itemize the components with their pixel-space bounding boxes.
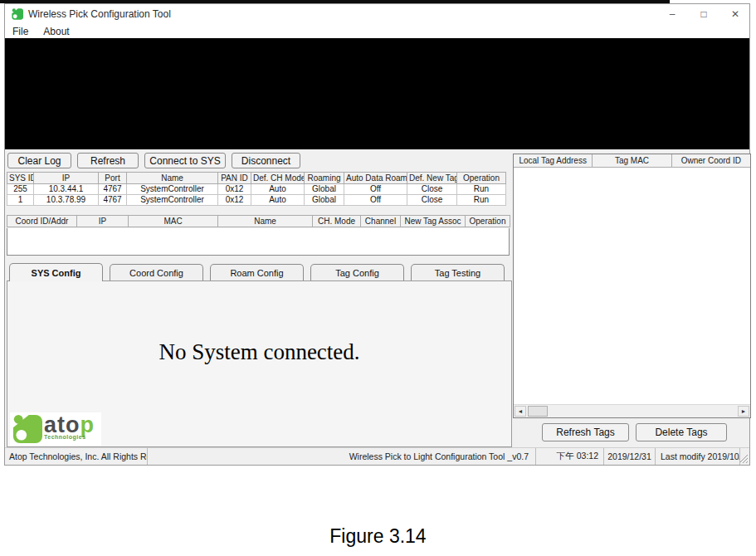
cell: SystemController — [127, 195, 218, 206]
col-def-ch-mode[interactable]: Def. CH Mode — [251, 173, 305, 184]
resize-grip-icon[interactable] — [740, 454, 749, 464]
app-window: Wireless Pick Configuration Tool – □ ✕ F… — [4, 3, 750, 466]
cell: Auto — [251, 184, 305, 195]
menu-bar: File About — [5, 24, 749, 38]
col-coord-mac[interactable]: MAC — [129, 216, 218, 227]
disconnect-button[interactable]: Disconnect — [232, 153, 300, 168]
title-bar: Wireless Pick Configuration Tool – □ ✕ — [5, 4, 749, 24]
col-channel[interactable]: Channel — [361, 216, 401, 227]
col-new-tag-assoc[interactable]: New Tag Assoc — [401, 216, 466, 227]
system-table-row[interactable]: 255 10.3.44.1 4767 SystemController 0x12… — [7, 184, 506, 195]
atop-logo-icon — [12, 414, 42, 444]
status-time: 下午 03:12 — [536, 448, 604, 465]
atop-subtitle: Technologies — [44, 434, 95, 440]
tab-roam-config[interactable]: Roam Config — [210, 264, 304, 280]
sys-config-panel: No System connected. atop Technologies — [7, 280, 512, 447]
cell: Run — [457, 184, 506, 195]
config-tabs: SYS Config Coord Config Roam Config Tag … — [9, 264, 505, 281]
col-port[interactable]: Port — [99, 173, 127, 184]
horizontal-scrollbar[interactable]: ◄ ► — [514, 404, 750, 417]
log-output-area — [5, 38, 749, 149]
minimize-button[interactable]: – — [666, 7, 678, 21]
col-local-tag-address[interactable]: Local Tag Address — [514, 154, 593, 168]
col-pan-id[interactable]: PAN ID — [218, 173, 251, 184]
tab-tag-testing[interactable]: Tag Testing — [411, 264, 505, 280]
tab-coord-config[interactable]: Coord Config — [110, 264, 203, 280]
cell: Global — [305, 184, 344, 195]
cell: 1 — [7, 195, 34, 206]
col-coord-operation[interactable]: Operation — [466, 216, 510, 227]
scrollbar-thumb[interactable] — [528, 406, 548, 417]
col-auto-data-roam[interactable]: Auto Data Roam — [344, 173, 407, 184]
figure-caption: Figure 3.14 — [0, 525, 756, 548]
close-button[interactable]: ✕ — [729, 7, 741, 21]
cell: 255 — [7, 184, 34, 195]
window-title: Wireless Pick Configuration Tool — [28, 8, 171, 20]
col-coord-ip[interactable]: IP — [77, 216, 129, 227]
cell: SystemController — [127, 184, 218, 195]
menu-item-file[interactable]: File — [5, 26, 36, 37]
status-bar: Atop Technologies, Inc. All Rights Reser… — [5, 447, 749, 465]
system-table-header-row: SYS ID IP Port Name PAN ID Def. CH Mode … — [7, 173, 506, 184]
cell: 10.3.78.99 — [34, 195, 99, 206]
cell: 0x12 — [218, 195, 251, 206]
col-roaming[interactable]: Roaming — [305, 173, 344, 184]
cell: Run — [457, 195, 506, 206]
refresh-tags-button[interactable]: Refresh Tags — [542, 423, 629, 441]
atop-logo-text: atop Technologies — [44, 414, 95, 440]
system-table: SYS ID IP Port Name PAN ID Def. CH Mode … — [7, 172, 506, 206]
cell: Close — [407, 184, 457, 195]
refresh-button[interactable]: Refresh — [77, 153, 139, 168]
atop-logo: atop Technologies — [10, 412, 101, 446]
status-copyright: Atop Technologies, Inc. All Rights Reser… — [5, 448, 148, 465]
cell: Off — [344, 195, 407, 206]
cell: Auto — [251, 195, 305, 206]
tag-list-header-row: Local Tag Address Tag MAC Owner Coord ID — [514, 154, 750, 168]
coordinator-table-header-row: Coord ID/Addr IP MAC Name CH. Mode Chann… — [7, 216, 510, 227]
window-controls: – □ ✕ — [666, 4, 741, 24]
cell: Off — [344, 184, 407, 195]
col-tag-mac[interactable]: Tag MAC — [593, 154, 671, 168]
status-last-modify: Last modify 2019/10/03 — [656, 448, 740, 465]
status-version: Wireless Pick to Light Configuration Too… — [148, 448, 536, 465]
scroll-left-arrow-icon[interactable]: ◄ — [515, 406, 526, 417]
cell: 4767 — [99, 195, 127, 206]
connect-to-sys-button[interactable]: Connect to SYS — [144, 153, 226, 168]
col-ch-mode[interactable]: CH. Mode — [313, 216, 361, 227]
tag-list-panel: Local Tag Address Tag MAC Owner Coord ID… — [513, 154, 751, 418]
coordinator-table-body-empty — [7, 228, 510, 256]
coordinator-table: Coord ID/Addr IP MAC Name CH. Mode Chann… — [7, 215, 510, 227]
tab-tag-config[interactable]: Tag Config — [310, 264, 404, 280]
cell: Close — [407, 195, 457, 206]
tab-sys-config[interactable]: SYS Config — [9, 263, 103, 281]
no-system-message: No System connected. — [7, 339, 511, 365]
scroll-right-arrow-icon[interactable]: ► — [738, 406, 749, 417]
atop-wordmark: atop — [44, 414, 95, 436]
status-date: 2019/12/31 — [604, 448, 656, 465]
col-owner-coord-id[interactable]: Owner Coord ID — [672, 154, 750, 168]
col-ip[interactable]: IP — [34, 173, 99, 184]
cell: 0x12 — [218, 184, 251, 195]
cell: 4767 — [99, 184, 127, 195]
cell: 10.3.44.1 — [34, 184, 99, 195]
col-name[interactable]: Name — [127, 173, 218, 184]
maximize-button[interactable]: □ — [698, 7, 710, 21]
delete-tags-button[interactable]: Delete Tags — [636, 423, 727, 441]
col-def-new-tag[interactable]: Def. New Tag — [407, 173, 457, 184]
clear-log-button[interactable]: Clear Log — [7, 153, 71, 168]
col-operation[interactable]: Operation — [457, 173, 506, 184]
col-coord-id[interactable]: Coord ID/Addr — [7, 216, 77, 227]
col-sys-id[interactable]: SYS ID — [7, 173, 34, 184]
status-filler — [740, 448, 749, 465]
menu-item-about[interactable]: About — [36, 26, 76, 37]
cell: Global — [305, 195, 344, 206]
app-logo-icon — [12, 8, 23, 20]
system-table-row[interactable]: 1 10.3.78.99 4767 SystemController 0x12 … — [7, 195, 506, 206]
col-coord-name[interactable]: Name — [218, 216, 313, 227]
